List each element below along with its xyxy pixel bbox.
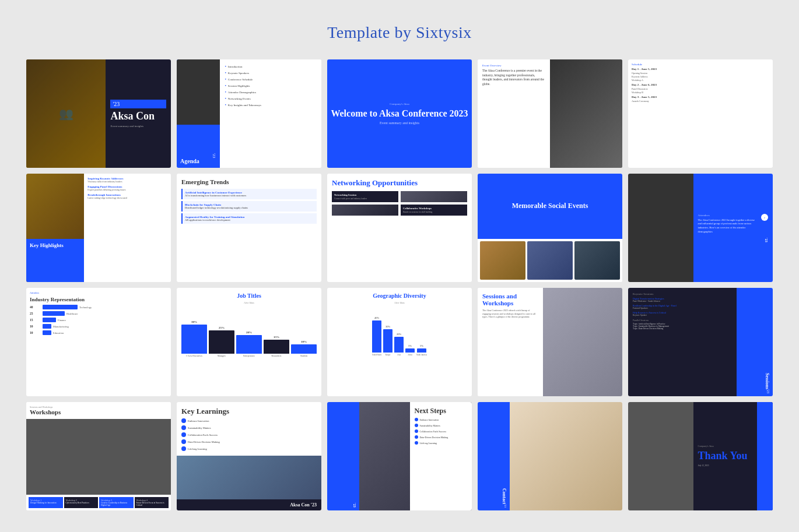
- geo-bar-2: 30% Europe: [383, 325, 393, 356]
- trend-2: Blockchain for Supply Chain Distributed …: [181, 201, 317, 212]
- welcome-company: Company's Aksa: [390, 103, 409, 105]
- learning-dot-1: [181, 418, 186, 423]
- attendees-arrow-icon: ›: [761, 214, 768, 221]
- day-3: Day 3 - June 5, 2023 Awards Ceremony: [632, 96, 769, 103]
- next-dot-4: [415, 435, 418, 439]
- slide-industry[interactable]: Attendees Industry Representation 40 Tec…: [26, 288, 171, 396]
- slide-workshops[interactable]: Sessions and Workshops Workshops Worksho…: [26, 402, 171, 510]
- industry-bar-4: 10 Manufacturing: [30, 324, 167, 329]
- slide-agenda-right: Introduction Keynote Speakers Conference…: [220, 59, 321, 168]
- highlight-3: Breakthrough Innovations Latest cutting-…: [87, 193, 167, 199]
- agenda-item-5: Attendee Demographics: [225, 90, 317, 94]
- slide-key-learnings[interactable]: Key Learnings Embrace Innovation Sustain…: [177, 402, 321, 510]
- attendees-text: The Aksa Conference 2023 brought togethe…: [698, 219, 759, 234]
- welcome-title: Welcome to Aksa Conference 2023: [331, 108, 468, 119]
- social-title: Memorable Social Events: [512, 202, 588, 210]
- learning-1: Embrace Innovation: [181, 418, 317, 423]
- slide-contact[interactable]: Contact '23: [478, 402, 622, 510]
- year-badge: '23: [110, 100, 166, 108]
- sessions-title: Sessions and Workshops: [482, 293, 538, 306]
- contact-label: Contact: [481, 488, 507, 504]
- net-card-2: Collaborative Workshops Hands-on session…: [401, 205, 467, 216]
- slide-networking[interactable]: Networking Opportunities Networking Sess…: [327, 174, 472, 282]
- agenda-item-2: Keynote Speakers: [225, 71, 317, 75]
- cover-title: Aksa Con: [110, 111, 166, 122]
- agenda-item-6: Networking Events: [225, 96, 317, 101]
- learning-dot-3: [181, 432, 186, 437]
- slide-sessions-workshops[interactable]: Sessions and Workshops The Aksa Conferen…: [478, 288, 622, 396]
- slide-emerging-trends[interactable]: Emerging Trends Artificial Intelligence …: [177, 174, 321, 282]
- slide-key-highlights[interactable]: Key Highlights Inspiring Keynote Address…: [26, 174, 171, 282]
- job-bar-5: 10% Students: [291, 340, 317, 357]
- learning-dot-2: [181, 425, 186, 430]
- day-1: Day 1 - June 5, 2023 Opening Session Key…: [632, 68, 769, 82]
- geo-bars: 40% United States 30% Europe 20% Asia 5%…: [332, 306, 467, 356]
- trends-title: Emerging Trends: [181, 178, 317, 185]
- geo-bar-3: 20% Asia: [394, 333, 404, 356]
- slide-cover[interactable]: '23 Aksa Con Event summary and insights: [26, 59, 171, 168]
- slide-next-steps[interactable]: '23 Next Steps Embrace Innovation Sustai…: [327, 402, 472, 510]
- sessions-content: Sessions and Workshops The Aksa Conferen…: [478, 288, 543, 396]
- trend-3: Augmented Reality for Training and Simul…: [181, 213, 317, 224]
- job-bar-3: 20% Entrepreneurs: [236, 331, 262, 357]
- next-steps-main: Next Steps Embrace Innovation Sustainabi…: [359, 402, 472, 510]
- highlight-2: Engaging Panel Discussions Expert paneli…: [87, 185, 167, 191]
- attendees-year: '23: [698, 238, 768, 242]
- workshop-card-2: Workshop 2 Cybersecurity Best Practices: [64, 497, 99, 508]
- sessions-keynote-header: Keynote Sessions: [633, 293, 732, 295]
- event-overview-content: Event Overview The Aksa Conference is a …: [478, 59, 550, 168]
- thank-you-title: Thank You: [698, 450, 754, 462]
- thank-you-content: Company's Aksa Thank You July 12, 2023: [693, 402, 773, 510]
- highlight-1: Inspiring Keynote Addresses Visionary ta…: [87, 177, 167, 183]
- net-card-image2: [332, 205, 398, 216]
- next-dot-2: [415, 424, 418, 427]
- geo-bar-1: 40% United States: [372, 316, 381, 356]
- contact-left: Contact '23: [478, 402, 510, 510]
- event-label: Event Overview: [482, 64, 545, 67]
- contact-year: '23: [481, 504, 507, 508]
- parallel-item-3: Topic: Data-Driven Decision Making: [633, 327, 732, 330]
- slide-agenda-left: '23 Agenda: [177, 59, 220, 168]
- highlights-content: Inspiring Keynote Addresses Visionary ta…: [84, 174, 171, 282]
- slide-welcome[interactable]: Company's Aksa Welcome to Aksa Conferenc…: [327, 59, 472, 168]
- industry-title: Industry Representation: [30, 297, 167, 302]
- workshop-card-1: Workshop 1 Design Thinking for Innovatio…: [29, 497, 63, 508]
- learning-dot-5: [181, 446, 186, 451]
- next-steps-year: '23: [330, 503, 356, 508]
- sessions-year: '23: [740, 389, 770, 393]
- attendees-content: Attendees The Aksa Conference 2023 broug…: [693, 174, 773, 282]
- slide-schedule[interactable]: Schedule Day 1 - June 5, 2023 Opening Se…: [628, 59, 773, 168]
- learning-2: Sustainability Matters: [181, 425, 317, 430]
- social-events-header: Memorable Social Events: [478, 174, 622, 239]
- geo-bar-5: 5% South America: [416, 344, 427, 356]
- learning-5: Lifelong Learning: [181, 446, 317, 451]
- slide-social-events[interactable]: Memorable Social Events: [478, 174, 622, 282]
- slide-agenda[interactable]: '23 Agenda Introduction Keynote Speakers…: [177, 59, 321, 168]
- highlights-image: Key Highlights: [26, 174, 84, 282]
- slide-thank-you[interactable]: Company's Aksa Thank You July 12, 2023: [628, 402, 773, 510]
- next-dot-1: [415, 418, 418, 421]
- job-titles-label: After Ideas: [181, 301, 317, 304]
- slide-geographic-diversity[interactable]: Geographic Diversity After Ideas 40% Uni…: [327, 288, 472, 396]
- key-learnings-top: Key Learnings Embrace Innovation Sustain…: [177, 402, 321, 456]
- slide-sessions-sidebar[interactable]: Keynote Sessions Digital Transformation …: [628, 288, 773, 396]
- geo-title: Geographic Diversity: [332, 293, 467, 299]
- learnings-footer: Aksa Con '23: [177, 499, 321, 510]
- net-card-1: Networking Session Connect with peers an…: [332, 191, 398, 202]
- next-step-5: Lifelong Learning: [415, 441, 467, 445]
- slide-attendees[interactable]: Attendees The Aksa Conference 2023 broug…: [628, 174, 773, 282]
- geo-bar-4: 5% Africa: [405, 344, 415, 356]
- workshops-cards: Workshop 1 Design Thinking for Innovatio…: [26, 495, 171, 510]
- job-bar-1: 30% C-Level Executives: [181, 320, 207, 357]
- sessions-text: The Aksa Conference 2023 offered a rich …: [482, 309, 538, 319]
- next-dot-5: [415, 441, 418, 445]
- job-bars: 30% C-Level Executives 25% Managers 20% …: [181, 308, 317, 357]
- slide-job-titles[interactable]: Job Titles After Ideas 30% C-Level Execu…: [177, 288, 321, 396]
- next-steps-overlay: Next Steps Embrace Innovation Sustainabi…: [410, 402, 472, 510]
- attendees-image: [628, 174, 693, 282]
- slide-event-overview[interactable]: Event Overview The Aksa Conference is a …: [478, 59, 622, 168]
- trend-1: Artificial Intelligence in Customer Expe…: [181, 189, 317, 199]
- workshop-card-4: Workshop 4 Future-Driven Focus in Succes…: [135, 497, 169, 508]
- highlights-title: Key Highlights: [30, 242, 80, 249]
- industry-bar-3: 15 Finance: [30, 318, 167, 322]
